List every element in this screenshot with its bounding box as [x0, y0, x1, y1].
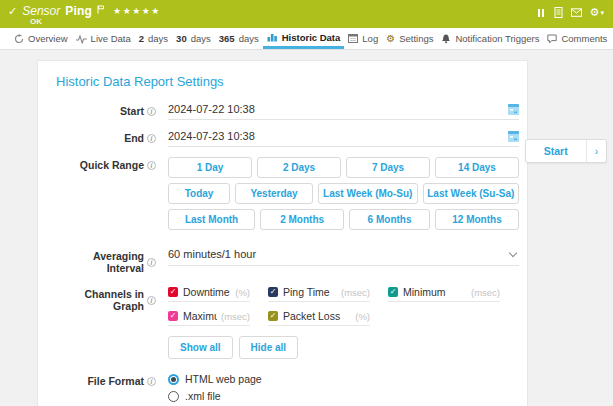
channel-unit: (msec): [217, 311, 250, 322]
quick-range-yesterday-button[interactable]: Yesterday: [235, 183, 313, 204]
channel-minimum[interactable]: ✓ Minimum (msec): [388, 286, 500, 302]
tab-notification-triggers[interactable]: Notification Triggers: [437, 28, 543, 49]
prtg-sensor-page: ✓ Sensor Ping ★★★★★ OK ⚙ ▾ Ov: [0, 0, 613, 406]
channel-maximum[interactable]: ✓ Maximum (msec): [168, 310, 250, 326]
averaging-interval-label-group: Averaging Interval i: [56, 248, 156, 274]
end-label-group: End i: [56, 130, 156, 144]
tab-label: Log: [362, 33, 378, 44]
log-icon: [348, 34, 358, 43]
checkbox-checked-icon[interactable]: ✓: [168, 311, 178, 321]
quick-range-12-months-button[interactable]: 12 Months: [435, 209, 519, 230]
start-label: Start: [120, 105, 144, 117]
channel-unit: (msec): [467, 287, 500, 298]
checkbox-checked-icon[interactable]: ✓: [388, 287, 398, 297]
bar-chart-icon: [267, 32, 278, 42]
quick-range-last-week-mo-su-button[interactable]: Last Week (Mo-Su): [318, 183, 418, 204]
quick-range-6-months-button[interactable]: 6 Months: [349, 209, 430, 230]
tab-label: Live Data: [91, 33, 131, 44]
info-icon[interactable]: i: [147, 134, 156, 143]
quick-range-row: Quick Range i 1 Day 2 Days 7 Days 14 Day…: [56, 157, 519, 235]
file-format-option-html[interactable]: HTML web page: [168, 373, 519, 385]
start-button-label: Start: [526, 140, 586, 162]
hide-all-button[interactable]: Hide all: [239, 336, 299, 359]
info-icon[interactable]: i: [147, 296, 156, 305]
priority-stars[interactable]: ★★★★★: [113, 6, 161, 16]
calendar-icon[interactable]: [508, 131, 519, 142]
tab-30-days[interactable]: 30 days: [172, 28, 215, 49]
channel-unit: (%): [351, 311, 370, 322]
radio-label: HTML web page: [185, 373, 262, 385]
channels-label-group: Channels in Graph i: [56, 286, 156, 312]
tab-2-days[interactable]: 2 days: [135, 28, 172, 49]
tab-label: Notification Triggers: [455, 33, 539, 44]
file-format-label-group: File Format i: [56, 373, 156, 387]
bell-icon: [441, 34, 451, 44]
flag-icon[interactable]: [97, 5, 105, 14]
quick-range-last-week-su-sa-button[interactable]: Last Week (Su-Sa): [423, 183, 519, 204]
file-format-label: File Format: [87, 375, 144, 387]
radio-selected-icon[interactable]: [168, 374, 179, 385]
info-icon[interactable]: i: [147, 161, 156, 170]
quick-range-1-day-button[interactable]: 1 Day: [168, 157, 252, 178]
tab-label-bold: 30: [176, 33, 187, 44]
quick-range-2-months-button[interactable]: 2 Months: [260, 209, 344, 230]
sensor-name: Ping: [65, 4, 92, 18]
info-icon[interactable]: i: [147, 107, 156, 116]
averaging-interval-select[interactable]: 60 minutes/1 hour: [168, 248, 519, 266]
section-title-report-settings: Historic Data Report Settings: [56, 74, 519, 89]
info-icon[interactable]: i: [147, 377, 156, 386]
pulse-icon: [76, 34, 87, 44]
show-all-button[interactable]: Show all: [168, 336, 233, 359]
tab-overview[interactable]: Overview: [10, 28, 72, 49]
end-row: End i 2024-07-23 10:38: [56, 130, 519, 147]
start-label-group: Start i: [56, 103, 156, 117]
tab-historic-data[interactable]: Historic Data: [263, 28, 345, 49]
tab-label-bold: 2: [139, 33, 144, 44]
tab-settings[interactable]: ⚙ Settings: [382, 28, 437, 49]
start-date-value: 2024-07-22 10:38: [168, 103, 255, 115]
start-date-input[interactable]: 2024-07-22 10:38: [168, 103, 519, 120]
gear-icon: ⚙: [386, 34, 395, 44]
gear-menu-icon[interactable]: ⚙ ▾: [590, 7, 604, 18]
quick-range-7-days-button[interactable]: 7 Days: [346, 157, 430, 178]
quick-range-today-button[interactable]: Today: [168, 183, 230, 204]
checkbox-checked-icon[interactable]: ✓: [268, 287, 278, 297]
quick-range-2-days-button[interactable]: 2 Days: [257, 157, 341, 178]
channel-downtime[interactable]: ✓ Downtime (%): [168, 286, 250, 302]
averaging-interval-value: 60 minutes/1 hour: [168, 248, 256, 260]
tab-label: Historic Data: [282, 32, 341, 43]
status-check-icon: ✓: [8, 6, 17, 17]
email-icon[interactable]: [571, 8, 582, 17]
start-button[interactable]: Start ›: [525, 139, 607, 163]
radio-label: .xml file: [185, 390, 221, 402]
checkbox-checked-icon[interactable]: ✓: [168, 287, 178, 297]
radio-icon[interactable]: [168, 391, 179, 402]
pause-icon[interactable]: [538, 9, 546, 17]
info-icon[interactable]: i: [147, 258, 156, 267]
end-date-input[interactable]: 2024-07-23 10:38: [168, 130, 519, 147]
channel-packet-loss[interactable]: ✓ Packet Loss (%): [268, 310, 370, 326]
tab-log[interactable]: Log: [344, 28, 382, 49]
report-icon[interactable]: [554, 7, 563, 18]
quick-range-14-days-button[interactable]: 14 Days: [435, 157, 519, 178]
calendar-icon[interactable]: [508, 104, 519, 115]
checkbox-checked-icon[interactable]: ✓: [268, 311, 278, 321]
comment-icon: [547, 34, 557, 44]
file-format-option-xml[interactable]: .xml file: [168, 390, 519, 402]
averaging-interval-label: Averaging Interval: [56, 250, 144, 274]
chevron-down-icon: [509, 248, 517, 256]
refresh-icon: [14, 34, 24, 44]
channels-label: Channels in Graph: [56, 288, 144, 312]
channel-ping-time[interactable]: ✓ Ping Time (msec): [268, 286, 370, 302]
tab-label: days: [191, 33, 211, 44]
sensor-header: ✓ Sensor Ping ★★★★★ OK ⚙ ▾: [0, 0, 613, 28]
tab-label: Settings: [399, 33, 433, 44]
tab-live-data[interactable]: Live Data: [72, 28, 135, 49]
channel-name: Minimum: [403, 286, 446, 298]
tab-label: Overview: [28, 33, 68, 44]
quick-range-last-month-button[interactable]: Last Month: [168, 209, 255, 230]
tab-365-days[interactable]: 365 days: [215, 28, 263, 49]
tab-comments[interactable]: Comments: [543, 28, 611, 49]
channel-name: Packet Loss: [283, 310, 340, 322]
quick-range-label: Quick Range: [80, 159, 144, 171]
